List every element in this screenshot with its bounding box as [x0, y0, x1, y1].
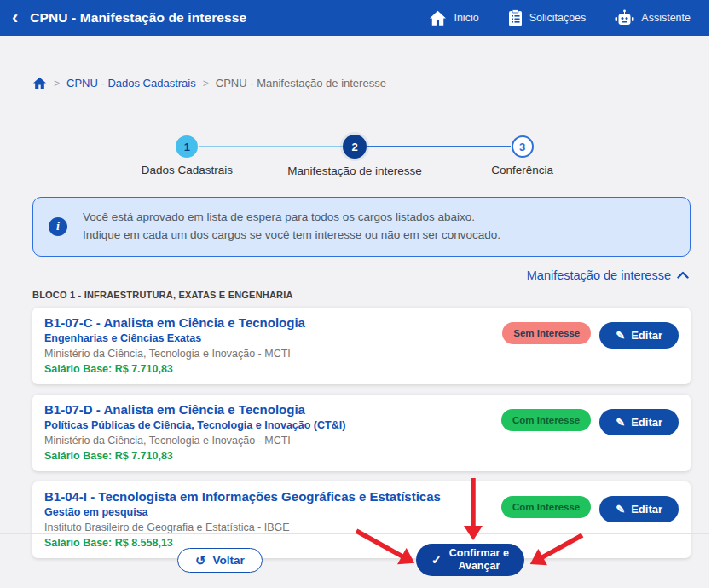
section-toggle-label: Manifestação de interesse — [527, 268, 671, 282]
step-dados-cadastrais[interactable]: 1 Dados Cadastrais — [103, 135, 271, 177]
interest-status-badge: Com Interesse — [501, 409, 591, 431]
job-specialty: Políticas Públicas de Ciência, Tecnologi… — [44, 419, 345, 432]
job-card: B1-07-C - Analista em Ciência e Tecnolog… — [32, 308, 691, 384]
nav-item-assistente[interactable]: Assistente — [615, 9, 691, 26]
wizard-stepper: 1 Dados Cadastrais 2 Manifestação de int… — [103, 135, 606, 177]
edit-button[interactable]: ✎ Editar — [599, 409, 679, 435]
breadcrumb-home-icon[interactable] — [32, 77, 47, 89]
block-title: BLOCO 1 - INFRAESTRUTURA, EXATAS E ENGEN… — [32, 290, 709, 300]
app-header: ‹ CPNU - Manifestação de interesse Inici… — [0, 0, 709, 36]
nav-label: Assistente — [641, 12, 691, 24]
step-manifestacao-de-interesse[interactable]: 2 Manifestação de interesse — [271, 135, 439, 177]
breadcrumb-link-dados-cadastrais[interactable]: CPNU - Dados Cadastrais — [66, 77, 196, 89]
job-organization: Ministério da Ciência, Tecnologia e Inov… — [44, 348, 305, 360]
info-alert-line2: Indique em cada um dos cargos se você te… — [83, 227, 500, 245]
info-alert-line1: Você está aprovado em lista de espera pa… — [83, 209, 500, 227]
confirmar-avancar-button[interactable]: ✓ Confirmar e Avançar — [416, 544, 524, 576]
job-organization: Instituto Brasileiro de Geografia e Esta… — [44, 522, 441, 534]
step-conferencia[interactable]: 3 Conferência — [438, 135, 606, 177]
job-title: B1-07-C - Analista em Ciência e Tecnolog… — [44, 315, 305, 331]
nav-label: Solicitações — [529, 12, 587, 24]
chevron-up-icon — [677, 271, 689, 279]
page-title: CPNU - Manifestação de interesse — [30, 10, 246, 26]
info-alert: i Você está aprovado em lista de espera … — [32, 197, 691, 257]
pencil-icon: ✎ — [616, 504, 625, 515]
job-title: B1-07-D - Analista em Ciência e Tecnolog… — [44, 402, 345, 418]
job-title: B1-04-I - Tecnologista em Informações Ge… — [44, 489, 441, 504]
job-salary: Salário Base: R$ 7.710,83 — [44, 363, 305, 376]
robot-icon — [615, 9, 634, 26]
voltar-button[interactable]: ↺ Voltar — [177, 548, 263, 573]
job-card-actions: Sem Interesse ✎ Editar — [502, 315, 679, 376]
step-label: Dados Cadastrais — [103, 164, 271, 176]
info-alert-text: Você está aprovado em lista de espera pa… — [83, 209, 500, 245]
step-number: 2 — [343, 135, 367, 159]
step-label: Manifestação de interesse — [271, 164, 439, 177]
step-number: 1 — [176, 135, 198, 158]
step-label: Conferência — [438, 164, 606, 176]
undo-icon: ↺ — [195, 554, 206, 567]
footer-actions: ↺ Voltar ✓ Confirmar e Avançar — [0, 533, 709, 588]
job-card-info: B1-07-D - Analista em Ciência e Tecnolog… — [44, 402, 345, 463]
nav-label: Inicio — [454, 12, 478, 24]
page: ‹ CPNU - Manifestação de interesse Inici… — [0, 0, 709, 588]
check-icon: ✓ — [431, 553, 442, 568]
step-number: 3 — [512, 135, 534, 158]
divider — [26, 101, 684, 101]
edit-button[interactable]: ✎ Editar — [599, 322, 679, 349]
home-icon — [429, 10, 447, 26]
job-card-info: B1-07-C - Analista em Ciência e Tecnolog… — [44, 315, 305, 376]
edit-button[interactable]: ✎ Editar — [599, 496, 679, 522]
job-card-actions: Com Interesse ✎ Editar — [501, 402, 679, 463]
job-specialty: Gestão em pesquisa — [44, 506, 441, 519]
job-card: B1-07-D - Analista em Ciência e Tecnolog… — [32, 395, 691, 471]
nav-item-inicio[interactable]: Inicio — [429, 10, 478, 26]
pencil-icon: ✎ — [616, 330, 625, 341]
job-organization: Ministério da Ciência, Tecnologia e Inov… — [44, 435, 345, 447]
job-specialty: Engenharias e Ciências Exatas — [44, 332, 305, 345]
breadcrumb: > CPNU - Dados Cadastrais > CPNU - Manif… — [32, 77, 684, 89]
clipboard-icon — [508, 9, 523, 26]
breadcrumb-separator: > — [203, 78, 209, 89]
job-salary: Salário Base: R$ 7.710,83 — [44, 450, 345, 463]
breadcrumb-current-page: CPNU - Manifestação de interesse — [216, 77, 386, 89]
info-icon: i — [49, 217, 67, 236]
breadcrumb-separator: > — [54, 78, 60, 89]
job-cards-list: B1-07-C - Analista em Ciência e Tecnolog… — [32, 308, 691, 558]
pencil-icon: ✎ — [616, 417, 625, 428]
back-chevron-icon[interactable]: ‹ — [12, 9, 18, 26]
header-nav: Inicio Solicitações — [429, 9, 691, 26]
interest-status-badge: Com Interesse — [501, 496, 591, 518]
nav-item-solicitacoes[interactable]: Solicitações — [508, 9, 587, 26]
interest-status-badge: Sem Interesse — [502, 322, 591, 344]
section-collapse-toggle[interactable]: Manifestação de interesse — [0, 268, 689, 282]
